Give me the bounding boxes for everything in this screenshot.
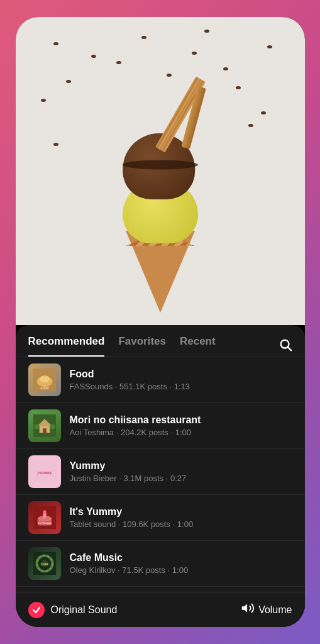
chip: [53, 42, 58, 45]
music-info-yummy: Yummy Justin Bieber · 3.1M posts · 0:27: [70, 460, 292, 483]
music-item-yummy[interactable]: yummy Yummy Justin Bieber · 3.1M posts ·…: [16, 449, 305, 495]
music-meta-itsyummy: Tablet sound · 109.6K posts · 1:00: [70, 519, 292, 529]
volume-button[interactable]: Volume: [241, 601, 292, 618]
svg-text:CAFE: CAFE: [40, 563, 49, 566]
music-info-mori: Mori no chiisana restaurant Aoi Teshima …: [70, 414, 292, 437]
music-title-yummy: Yummy: [70, 460, 292, 472]
music-meta-food: FASSounds · 551.1K posts · 1:13: [70, 382, 292, 391]
bottom-bar: Original Sound Volume: [16, 592, 305, 627]
svg-line-1: [288, 347, 291, 350]
music-item-nomnomnom[interactable]: Nom Nom Nom Nom...: [16, 587, 305, 592]
thumb-mori: [28, 409, 61, 442]
music-item-cafe[interactable]: CAFE Cafe Music Oleg Kirilkov · 71.5K po…: [16, 541, 305, 587]
thumb-yummy: yummy: [28, 455, 61, 488]
music-info-cafe: Cafe Music Oleg Kirilkov · 71.5K posts ·…: [70, 552, 292, 575]
music-item-mori[interactable]: Mori no chiisana restaurant Aoi Teshima …: [16, 403, 305, 449]
chip: [223, 67, 228, 70]
search-button[interactable]: [279, 338, 292, 355]
svg-point-4: [39, 375, 50, 382]
hero-image: [16, 17, 305, 325]
music-meta-yummy: Justin Bieber · 3.1M posts · 0:27: [70, 474, 292, 483]
music-title-cafe: Cafe Music: [70, 552, 292, 564]
svg-text:It's Yummy: It's Yummy: [38, 521, 52, 525]
tab-recommended[interactable]: Recommended: [28, 335, 105, 357]
chip: [167, 74, 172, 77]
music-meta-mori: Aoi Teshima · 204.2K posts · 1:00: [70, 428, 292, 437]
chip: [141, 36, 146, 39]
chip: [248, 124, 253, 127]
svg-text:yummy: yummy: [36, 470, 52, 475]
chip: [53, 143, 58, 146]
music-item-itsyummy[interactable]: It's Yummy It's Yummy Tablet sound · 109…: [16, 495, 305, 541]
chip: [91, 55, 96, 58]
chip: [192, 52, 197, 55]
chip: [204, 30, 209, 33]
music-info-itsyummy: It's Yummy Tablet sound · 109.6K posts ·…: [70, 506, 292, 529]
chip: [41, 99, 46, 102]
svg-point-10: [34, 424, 39, 429]
chip: [261, 111, 266, 114]
chip: [267, 45, 272, 48]
tabs-bar: Recommended Favorites Recent: [16, 325, 305, 357]
bottom-panel: Recommended Favorites Recent: [16, 325, 305, 627]
thumb-food: Food: [28, 364, 61, 396]
tab-recent[interactable]: Recent: [180, 335, 216, 357]
phone-container: Recommended Favorites Recent: [16, 17, 305, 627]
volume-label: Volume: [258, 604, 292, 616]
original-sound-label: Original Sound: [51, 604, 118, 616]
original-sound-check[interactable]: [28, 602, 45, 618]
thumb-itsyummy: It's Yummy: [28, 501, 61, 534]
svg-marker-28: [242, 604, 247, 613]
svg-text:Food: Food: [40, 387, 48, 390]
ice-cream-scene: [16, 17, 305, 325]
music-meta-cafe: Oleg Kirilkov · 71.5K posts · 1:00: [70, 565, 292, 575]
music-title-food: Food: [70, 369, 292, 380]
thumb-cafe: CAFE: [28, 547, 61, 580]
svg-point-11: [50, 424, 55, 429]
music-list: Food Food FASSounds · 551.1K posts · 1:1…: [16, 357, 305, 592]
tab-favorites[interactable]: Favorites: [118, 335, 166, 357]
chip: [66, 80, 71, 83]
music-title-itsyummy: It's Yummy: [70, 506, 292, 518]
chocolate-drizzle: [119, 143, 201, 193]
chip: [116, 61, 121, 64]
volume-icon: [241, 601, 255, 618]
chip: [236, 86, 241, 89]
music-item-food[interactable]: Food Food FASSounds · 551.1K posts · 1:1…: [16, 357, 305, 403]
music-title-mori: Mori no chiisana restaurant: [70, 414, 292, 426]
svg-point-18: [43, 510, 47, 514]
music-info-food: Food FASSounds · 551.1K posts · 1:13: [70, 369, 292, 391]
svg-rect-9: [43, 428, 47, 433]
